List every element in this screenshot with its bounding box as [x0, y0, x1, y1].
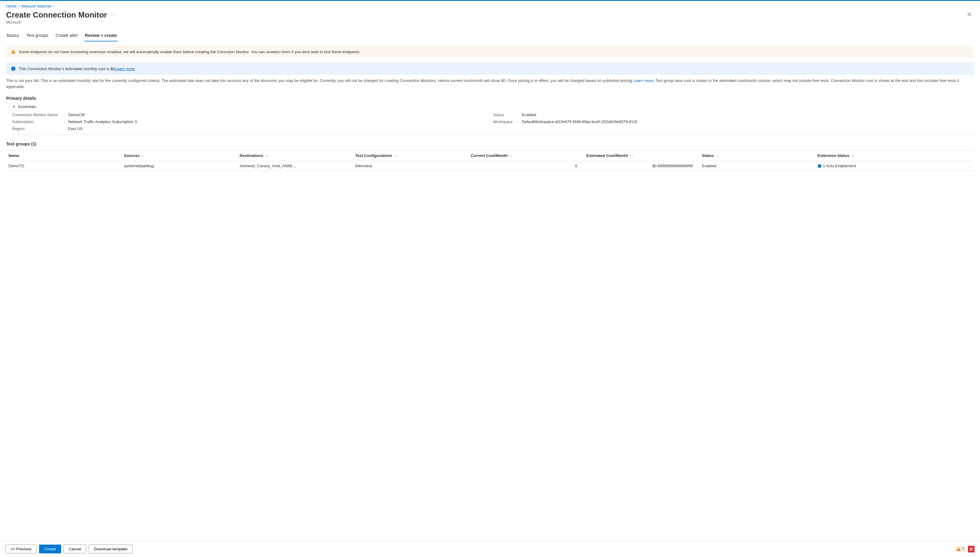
- pricing-learn-more-link[interactable]: Learn more: [633, 78, 653, 83]
- page-title: Create Connection Monitor: [6, 10, 107, 20]
- more-actions-icon[interactable]: ···: [111, 12, 117, 17]
- row-more-button[interactable]: ···: [966, 164, 972, 168]
- page-subtitle: Microsoft: [6, 20, 117, 24]
- col-estimated-cost[interactable]: Estimated Cost/Month↑↓: [586, 153, 702, 158]
- test-groups-table: Name Sources↑↓ Destinations↑↓ Test Confi…: [6, 150, 974, 171]
- status-value: Enabled: [522, 112, 536, 117]
- tab-create-alert[interactable]: Create alert: [55, 31, 78, 41]
- tab-basics[interactable]: Basics: [6, 31, 20, 41]
- cm-name-label: Connection Monitor Name: [12, 112, 64, 117]
- info-icon: [11, 66, 16, 71]
- svg-rect-4: [13, 67, 14, 68]
- sort-icon: ↑↓: [394, 154, 397, 158]
- breadcrumb: Home › Network Watcher ›: [6, 1, 974, 10]
- col-test-configurations[interactable]: Test Configurations↑↓: [355, 153, 470, 158]
- sort-icon: ↑↓: [629, 154, 633, 158]
- chevron-up-icon: [12, 105, 16, 109]
- chevron-right-icon: ›: [18, 4, 20, 8]
- cell-current-cost: 0: [470, 164, 586, 168]
- workspace-label: Workspace: [493, 119, 517, 124]
- warning-icon: [11, 49, 16, 54]
- info-icon: [817, 164, 822, 168]
- sort-icon: ↑↓: [851, 154, 854, 158]
- tabs: Basics Test groups Create alert Review +…: [6, 31, 974, 41]
- region-label: Region: [12, 126, 64, 131]
- col-destinations[interactable]: Destinations↑↓: [240, 153, 355, 158]
- sort-icon: ↑↓: [265, 154, 268, 158]
- svg-rect-1: [13, 53, 14, 53]
- pricing-description: This is not your bill. This is an estima…: [6, 78, 974, 90]
- col-sources[interactable]: Sources↑↓: [124, 153, 240, 158]
- cell-test-configurations: Demotest: [355, 164, 470, 168]
- subscription-value: Network Traffic Analytics Subscription 3: [68, 119, 137, 124]
- breadcrumb-home[interactable]: Home: [6, 4, 16, 8]
- cell-destinations: Animesh_Canary_Vnet_ANM(…: [240, 164, 355, 168]
- col-extension-status[interactable]: Extension Status↑↓: [817, 153, 943, 158]
- breadcrumb-network-watcher[interactable]: Network Watcher: [21, 4, 51, 8]
- svg-rect-3: [13, 68, 14, 70]
- essentials-panel: Connection Monitor Name:DemoCM Subscript…: [6, 111, 974, 135]
- svg-rect-6: [819, 165, 820, 167]
- tab-review-create[interactable]: Review + create: [85, 31, 118, 41]
- svg-rect-0: [13, 51, 14, 52]
- col-current-cost[interactable]: Current Cost/Month↑↓: [470, 153, 586, 158]
- cell-name: DemoTG: [8, 164, 124, 168]
- chevron-right-icon: ›: [53, 4, 54, 8]
- warning-banner: Some endpoints do not have monitoring ex…: [6, 46, 974, 58]
- info-learn-more-link[interactable]: Learn more: [115, 67, 135, 71]
- close-button[interactable]: [965, 10, 974, 19]
- region-value: East US: [68, 126, 83, 131]
- tab-test-groups[interactable]: Test groups: [26, 31, 49, 41]
- status-label: Status: [493, 112, 517, 117]
- col-status[interactable]: Status↑↓: [702, 153, 817, 158]
- essentials-label: Essentials: [18, 104, 36, 109]
- warning-banner-text: Some endpoints do not have monitoring ex…: [19, 50, 361, 54]
- sort-icon: ↑↓: [510, 154, 513, 158]
- subscription-label: Subscription: [12, 119, 64, 124]
- cell-status: Enabled: [702, 164, 817, 168]
- cell-extension-status: 1 Auto Enablement: [823, 164, 856, 168]
- cm-name-value: DemoCM: [68, 112, 85, 117]
- cell-sources: aahilvnet(aahilrg): [124, 164, 240, 168]
- info-banner-text: This Connection Monitor's estimated mont…: [19, 67, 135, 71]
- table-row[interactable]: DemoTG aahilvnet(aahilrg) Animesh_Canary…: [6, 161, 974, 171]
- workspace-value: DefaultWorkspace-af15e575-f948-49ac-bce0…: [522, 119, 637, 124]
- col-name[interactable]: Name: [8, 153, 124, 158]
- sort-icon: ↑↓: [141, 154, 145, 158]
- sort-icon: ↑↓: [716, 154, 719, 158]
- cell-estimated-cost: $0.8999999999999999: [586, 164, 702, 168]
- essentials-toggle[interactable]: Essentials: [6, 104, 974, 109]
- info-banner: This Connection Monitor's estimated mont…: [6, 63, 974, 75]
- primary-details-heading: Primary details: [6, 96, 974, 101]
- close-icon: [967, 12, 972, 16]
- test-groups-heading: Test groups (1): [6, 142, 974, 147]
- svg-rect-7: [819, 165, 820, 165]
